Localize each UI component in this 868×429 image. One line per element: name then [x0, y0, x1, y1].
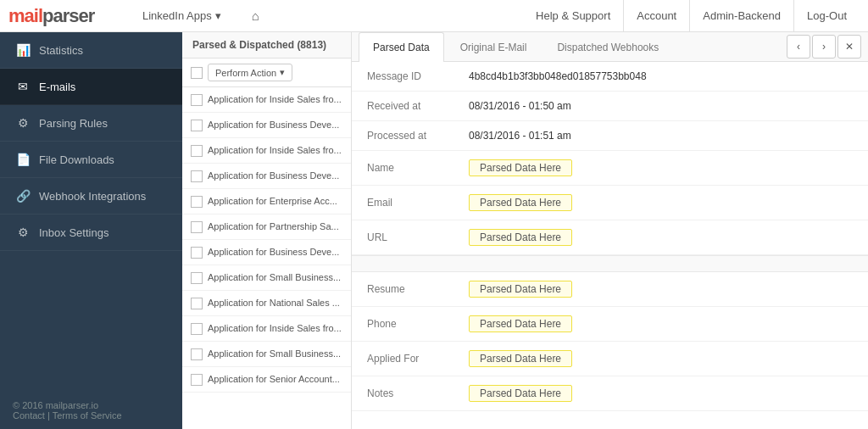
sidebar-item-parsing-rules[interactable]: ⚙ Parsing Rules	[0, 105, 182, 142]
select-all-checkbox[interactable]	[191, 67, 203, 79]
top-nav-center: LinkedIn Apps ▾ ⌂	[136, 5, 523, 26]
sidebar-item-file-downloads[interactable]: 📄 File Downloads	[0, 142, 182, 178]
tab-dispatched-webhooks[interactable]: Dispatched Webhooks	[542, 32, 673, 62]
list-item[interactable]: Application for Inside Sales fro...	[182, 87, 351, 113]
logout-link[interactable]: Log-Out	[793, 0, 860, 32]
tab-parsed-data[interactable]: Parsed Data	[359, 32, 444, 62]
footer-terms-link[interactable]: Terms of Service	[53, 410, 122, 421]
parsed-data-badge: Parsed Data Here	[469, 350, 572, 367]
email-checkbox[interactable]	[191, 120, 203, 131]
sidebar-footer: © 2016 mailparser.io Contact | Terms of …	[0, 392, 182, 429]
field-key: Resume	[352, 272, 453, 307]
footer-contact-link[interactable]: Contact	[13, 410, 45, 421]
tab-original-email[interactable]: Original E-Mail	[446, 32, 542, 62]
logout-label: Log-Out	[807, 9, 847, 22]
perform-action-button[interactable]: Perform Action ▾	[208, 64, 292, 81]
list-item[interactable]: Application for Partnership Sa...	[182, 214, 351, 240]
list-item[interactable]: Application for Small Business...	[182, 342, 351, 367]
field-key: Message ID	[352, 62, 453, 92]
table-row: NotesParsed Data Here	[352, 376, 868, 411]
home-button[interactable]: ⌂	[245, 5, 266, 26]
prev-email-button[interactable]: ‹	[787, 35, 810, 58]
email-item-text: Application for Business Deve...	[208, 246, 339, 258]
help-support-label: Help & Support	[536, 9, 610, 22]
list-item[interactable]: Application for Inside Sales fro...	[182, 138, 351, 164]
list-item[interactable]: Application for National Sales ...	[182, 291, 351, 316]
parsed-data-badge: Parsed Data Here	[469, 281, 572, 298]
email-checkbox[interactable]	[191, 272, 203, 284]
sidebar-item-webhook-integrations[interactable]: 🔗 Webhook Integrations	[0, 178, 182, 214]
table-row: Applied ForParsed Data Here	[352, 342, 868, 376]
statistics-icon: 📊	[15, 43, 31, 57]
admin-backend-label: Admin-Backend	[703, 9, 781, 22]
email-checkbox[interactable]	[191, 247, 203, 259]
detail-panel: Parsed Data Original E-Mail Dispatched W…	[352, 32, 868, 429]
sidebar-item-emails[interactable]: ✉ E-mails	[0, 69, 182, 105]
table-row: Message ID4b8cd4b1b3f3bb048ed01857753bb0…	[352, 62, 868, 92]
sidebar-item-statistics[interactable]: 📊 Statistics	[0, 32, 182, 69]
email-item-text: Application for Inside Sales fro...	[208, 322, 342, 334]
file-downloads-icon: 📄	[15, 153, 31, 166]
email-item-text: Application for Inside Sales fro...	[208, 93, 342, 105]
table-row: Processed at08/31/2016 - 01:51 am	[352, 121, 868, 151]
field-key: Name	[352, 151, 453, 186]
email-checkbox[interactable]	[191, 196, 203, 208]
list-item[interactable]: Application for Enterprise Acc...	[182, 189, 351, 214]
logo: mailparser	[8, 5, 119, 27]
parsed-data-badge: Parsed Data Here	[469, 315, 572, 332]
list-item[interactable]: Application for Business Deve...	[182, 240, 351, 265]
email-checkbox[interactable]	[191, 221, 203, 233]
email-checkbox[interactable]	[191, 348, 203, 360]
perform-action-dropdown-icon: ▾	[280, 67, 285, 78]
linkedin-apps-dropdown[interactable]: LinkedIn Apps ▾	[136, 6, 228, 25]
table-row: NameParsed Data Here	[352, 151, 868, 186]
list-item[interactable]: Application for Business Deve...	[182, 164, 351, 189]
field-value: Parsed Data Here	[453, 272, 868, 307]
detail-fields-table: Message ID4b8cd4b1b3f3bb048ed01857753bb0…	[352, 62, 868, 255]
email-checkbox[interactable]	[191, 374, 203, 386]
sidebar-item-emails-label: E-mails	[39, 81, 75, 93]
list-item[interactable]: Application for Inside Sales fro...	[182, 316, 351, 342]
help-support-link[interactable]: Help & Support	[523, 0, 623, 32]
tab-dispatched-webhooks-label: Dispatched Webhooks	[557, 42, 659, 53]
field-value: Parsed Data Here	[453, 220, 868, 255]
sidebar-item-inbox-settings[interactable]: ⚙ Inbox Settings	[0, 214, 182, 251]
field-key: Notes	[352, 376, 453, 411]
parsed-data-badge: Parsed Data Here	[469, 229, 572, 246]
list-item[interactable]: Application for Business Deve...	[182, 113, 351, 138]
footer-links: Contact | Terms of Service	[13, 410, 170, 421]
account-label: Account	[637, 9, 676, 22]
footer-copyright: © 2016 mailparser.io	[13, 400, 170, 410]
email-list-panel: Parsed & Dispatched (8813) Perform Actio…	[182, 32, 352, 429]
email-item-text: Application for Small Business...	[208, 271, 341, 283]
email-checkbox[interactable]	[191, 323, 203, 335]
webhook-integrations-icon: 🔗	[15, 189, 31, 203]
field-key: Received at	[352, 92, 453, 121]
field-value: Parsed Data Here	[453, 376, 868, 411]
email-item-text: Application for Senior Account...	[208, 373, 340, 385]
sidebar-item-webhook-integrations-label: Webhook Integrations	[39, 190, 146, 203]
email-checkbox[interactable]	[191, 145, 203, 157]
close-detail-button[interactable]: ✕	[837, 35, 861, 58]
perform-action-label: Perform Action	[215, 68, 276, 78]
parsing-rules-icon: ⚙	[15, 116, 31, 130]
field-value: Parsed Data Here	[453, 186, 868, 220]
admin-backend-link[interactable]: Admin-Backend	[689, 0, 793, 32]
next-email-button[interactable]: ›	[812, 35, 836, 58]
table-row: EmailParsed Data Here	[352, 186, 868, 220]
prev-icon: ‹	[797, 41, 800, 53]
email-item-text: Application for Partnership Sa...	[208, 220, 339, 232]
table-row: ResumeParsed Data Here	[352, 272, 868, 307]
home-icon: ⌂	[252, 8, 259, 23]
next-icon: ›	[822, 41, 826, 53]
tab-original-email-label: Original E-Mail	[460, 42, 527, 53]
email-checkbox[interactable]	[191, 94, 203, 106]
field-key: Processed at	[352, 121, 453, 151]
field-value: Parsed Data Here	[453, 151, 868, 186]
list-item[interactable]: Application for Small Business...	[182, 265, 351, 291]
list-item[interactable]: Application for Senior Account...	[182, 367, 351, 393]
email-checkbox[interactable]	[191, 170, 203, 182]
email-checkbox[interactable]	[191, 298, 203, 309]
account-link[interactable]: Account	[623, 0, 689, 32]
close-icon: ✕	[845, 41, 854, 53]
